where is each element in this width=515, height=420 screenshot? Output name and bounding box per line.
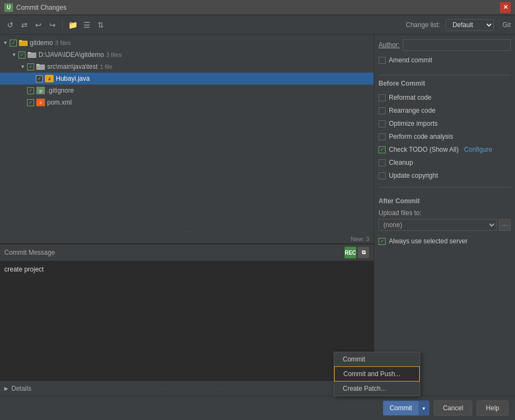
tree-item-path2[interactable]: ▼ ✓ src\main\java\test 1 file — [0, 61, 374, 73]
commit-arrow-button[interactable]: ▾ — [419, 400, 429, 416]
details-label: Details — [11, 385, 31, 392]
optimize-checkbox[interactable] — [379, 120, 386, 127]
app-icon: U — [4, 3, 13, 12]
amend-label: Amend commit — [389, 56, 432, 64]
window-title: Commit Changes — [16, 4, 500, 11]
refresh-btn[interactable]: ↺ — [4, 19, 16, 31]
analyze-checkbox[interactable] — [379, 133, 386, 140]
dropdown-create-patch[interactable]: Create Patch... — [334, 382, 420, 396]
author-label[interactable]: Author: — [379, 41, 400, 49]
amend-row: Amend commit — [379, 56, 511, 64]
commit-message-label: Commit Message — [4, 249, 342, 256]
always-server-label: Always use selected server — [389, 237, 467, 245]
dropdown-commit[interactable]: Commit — [334, 352, 420, 366]
details-section[interactable]: ▶ Details · · · · · · · · · · · · · · · … — [0, 380, 374, 396]
list-btn[interactable]: ☰ — [81, 19, 93, 31]
cancel-button[interactable]: Cancel — [434, 400, 472, 416]
svg-rect-2 — [19, 40, 22, 42]
changelist-label: Change list: — [406, 21, 440, 29]
commit-message-input[interactable] — [0, 261, 374, 380]
checkbox-path2[interactable]: ✓ — [27, 63, 34, 70]
always-server-row: ✓ Always use selected server — [379, 235, 511, 247]
sort-btn[interactable]: ⇅ — [95, 19, 107, 31]
tree-item-hubayi[interactable]: ▶ ✓ J Hubayi.java — [0, 73, 374, 85]
tree-count-gitdemo: 3 files — [55, 40, 71, 46]
option-analyze: Perform code analysis — [379, 131, 511, 143]
commit-msg-copy-btn[interactable]: ⧉ — [357, 247, 369, 259]
tree-label-gitignore: .gitignore — [47, 87, 74, 94]
checkbox-hubayi[interactable]: ✓ — [36, 75, 43, 82]
upload-label: Upload files to: — [379, 209, 511, 217]
option-reformat: Reformat code — [379, 92, 511, 104]
upload-select[interactable]: (none) — [379, 219, 497, 231]
right-panel: Author: Amend commit Before Commit Refor… — [374, 35, 515, 396]
help-button[interactable]: Help — [477, 400, 509, 416]
commit-btn-group: Commit ▾ — [383, 400, 429, 416]
configure-link[interactable]: Configure — [464, 146, 492, 153]
git-label: Git — [503, 21, 511, 29]
todo-label: Check TODO (Show All) — [389, 146, 459, 153]
expand-icon: ▼ — [11, 51, 17, 58]
undo-btn[interactable]: ↩ — [32, 19, 44, 31]
xml-icon: X — [36, 99, 45, 106]
tree-count-path2: 1 file — [100, 63, 112, 70]
content-area: ▼ ✓ gitdemo 3 files ▼ ✓ — [0, 35, 515, 396]
reformat-label: Reformat code — [389, 94, 432, 101]
tree-label-gitdemo: gitdemo — [30, 39, 53, 47]
amend-checkbox[interactable] — [379, 57, 386, 64]
close-button[interactable]: ✕ — [500, 2, 511, 13]
commit-message-header: Commit Message REC ⧉ — [0, 244, 374, 261]
tree-label-hubayi: Hubayi.java — [56, 75, 90, 82]
svg-rect-6 — [36, 64, 40, 66]
reformat-checkbox[interactable] — [379, 94, 386, 101]
tree-item-gitdemo[interactable]: ▼ ✓ gitdemo 3 files — [0, 37, 374, 49]
sep1 — [62, 20, 63, 30]
details-arrow-icon: ▶ — [4, 386, 8, 391]
cleanup-checkbox[interactable] — [379, 159, 386, 166]
todo-checkbox[interactable]: ✓ — [379, 146, 386, 153]
tree-item-pomxml[interactable]: ▶ ✓ X pom.xml — [0, 96, 374, 108]
checkbox-pomxml[interactable]: ✓ — [27, 99, 34, 106]
tree-item-gitignore[interactable]: ▶ ✓ gi .gitignore — [0, 85, 374, 96]
changelist-select[interactable]: Default — [446, 19, 494, 31]
option-rearrange: Rearrange code — [379, 105, 511, 117]
folder-icon — [28, 51, 36, 59]
option-cleanup: Cleanup — [379, 157, 511, 169]
analyze-label: Perform code analysis — [389, 133, 453, 140]
checkbox-path1[interactable]: ✓ — [18, 51, 25, 59]
before-commit-label: Before Commit — [379, 80, 511, 87]
rearrange-checkbox[interactable] — [379, 107, 386, 114]
cleanup-label: Cleanup — [389, 159, 413, 166]
commit-main-button[interactable]: Commit — [383, 400, 419, 416]
author-row: Author: — [379, 39, 511, 51]
tree-label-pomxml: pom.xml — [47, 99, 71, 106]
ellipsis: · · · — [4, 227, 369, 236]
option-todo: ✓ Check TODO (Show All) Configure — [379, 144, 511, 156]
tree-label-path1: D:\JAVA\IDEA\gitdemo — [38, 51, 104, 59]
dropdown-commit-push[interactable]: Commit and Push... — [334, 366, 420, 382]
main-container: ↺ ⇄ ↩ ↪ 📁 ☰ ⇅ Change list: Default Git ▼… — [0, 15, 515, 420]
checkbox-gitignore[interactable]: ✓ — [27, 87, 34, 94]
move-btn[interactable]: ⇄ — [18, 19, 30, 31]
java-icon: J — [45, 75, 54, 82]
folder-icon — [36, 63, 45, 70]
tree-count-path1: 3 files — [106, 51, 122, 58]
upload-row: (none) ··· — [379, 219, 511, 231]
author-input[interactable] — [403, 39, 511, 51]
expand-icon: ▼ — [2, 40, 9, 46]
tree-label-path2: src\main\java\test — [47, 63, 97, 70]
svg-rect-4 — [28, 52, 31, 54]
folder-btn[interactable]: 📁 — [67, 19, 79, 31]
copyright-label: Update copyright — [389, 172, 438, 179]
toolbar: ↺ ⇄ ↩ ↪ 📁 ☰ ⇅ Change list: Default Git — [0, 15, 515, 35]
upload-more-btn[interactable]: ··· — [499, 219, 511, 231]
tree-item-path1[interactable]: ▼ ✓ D:\JAVA\IDEA\gitdemo 3 files — [0, 49, 374, 61]
redo-btn[interactable]: ↪ — [47, 19, 58, 31]
checkbox-gitdemo[interactable]: ✓ — [10, 40, 17, 47]
left-panel: ▼ ✓ gitdemo 3 files ▼ ✓ — [0, 35, 374, 396]
optimize-label: Optimize imports — [389, 120, 438, 127]
rearrange-label: Rearrange code — [389, 107, 435, 114]
always-server-checkbox[interactable]: ✓ — [379, 238, 386, 245]
commit-msg-rec-btn[interactable]: REC — [344, 247, 356, 259]
copyright-checkbox[interactable] — [379, 172, 386, 179]
